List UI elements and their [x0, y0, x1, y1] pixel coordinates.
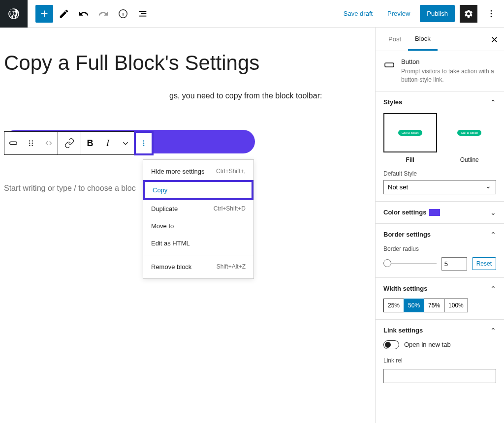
svg-point-12: [143, 143, 145, 144]
svg-point-3: [491, 16, 492, 17]
svg-point-1: [491, 10, 492, 11]
chevron-down-icon: ⌄: [490, 209, 496, 216]
svg-point-10: [32, 145, 33, 146]
border-radius-label: Border radius: [383, 245, 496, 252]
block-toolbar: B I: [4, 131, 153, 155]
drag-icon: [26, 138, 36, 149]
width-75[interactable]: 75%: [424, 299, 444, 312]
dropdown-item-move-to[interactable]: Move to: [143, 217, 253, 235]
chevron-leftright-icon: [43, 138, 54, 149]
dropdown-item-edit-html[interactable]: Edit as HTML: [143, 235, 253, 252]
paragraph-text: gs, you need to copy from the block tool…: [4, 91, 371, 100]
publish-button[interactable]: Publish: [420, 5, 455, 22]
svg-point-7: [29, 143, 30, 144]
link-rel-label: Link rel: [383, 357, 496, 364]
move-buttons[interactable]: [40, 132, 58, 154]
chevron-up-icon: ⌃: [490, 231, 496, 239]
kebab-icon: [138, 138, 149, 149]
edit-button[interactable]: [55, 5, 73, 23]
block-type-button[interactable]: [4, 132, 22, 154]
info-button[interactable]: [114, 5, 132, 23]
width-50[interactable]: 50%: [404, 299, 424, 312]
drag-handle[interactable]: [22, 132, 40, 154]
width-25[interactable]: 25%: [383, 299, 404, 312]
chevron-down-icon: [120, 138, 131, 149]
outline-button[interactable]: [134, 5, 152, 23]
svg-point-6: [32, 140, 33, 141]
svg-point-9: [29, 145, 30, 146]
width-100[interactable]: 100%: [444, 299, 468, 312]
panel-link-header[interactable]: Link settings ⌃: [383, 327, 496, 334]
link-rel-input[interactable]: [383, 369, 496, 383]
wordpress-icon: [7, 7, 20, 20]
reset-button[interactable]: Reset: [472, 257, 496, 270]
chevron-up-icon: ⌃: [490, 285, 496, 293]
list-icon: [137, 8, 148, 19]
close-sidebar-button[interactable]: ✕: [491, 34, 498, 45]
kebab-icon: [486, 9, 496, 19]
block-info-title: Button: [401, 58, 496, 65]
dropdown-item-duplicate[interactable]: DuplicateCtrl+Shift+D: [143, 200, 253, 217]
italic-button[interactable]: I: [99, 132, 117, 154]
block-info-description: Prompt visitors to take action with a bu…: [401, 67, 496, 84]
border-radius-slider[interactable]: [383, 263, 437, 264]
settings-button[interactable]: [460, 5, 477, 23]
svg-point-8: [32, 143, 33, 144]
redo-icon: [98, 8, 109, 19]
open-new-tab-label: Open in new tab: [404, 341, 451, 348]
panel-width-header[interactable]: Width settings ⌃: [383, 285, 496, 293]
link-button[interactable]: [58, 132, 81, 154]
svg-point-11: [143, 140, 145, 142]
undo-icon: [78, 8, 89, 19]
more-formatting-button[interactable]: [117, 132, 134, 154]
tab-block[interactable]: Block: [408, 28, 438, 51]
wordpress-logo[interactable]: [0, 0, 28, 28]
default-style-select[interactable]: Not set: [383, 180, 496, 194]
dropdown-item-hide-settings[interactable]: Hide more settingsCtrl+Shift+,: [143, 163, 253, 180]
svg-point-5: [29, 140, 30, 141]
svg-rect-14: [385, 63, 394, 67]
gear-icon: [464, 9, 473, 19]
default-style-label: Default Style: [383, 170, 496, 177]
pencil-icon: [59, 8, 69, 19]
border-radius-input[interactable]: [441, 257, 467, 271]
link-icon: [64, 138, 75, 149]
style-fill[interactable]: Call to action Fill: [383, 113, 437, 163]
svg-point-13: [143, 145, 145, 146]
post-title[interactable]: Copy a Full Block's Settings: [4, 51, 371, 75]
undo-button[interactable]: [75, 5, 93, 23]
open-new-tab-toggle[interactable]: [383, 340, 399, 349]
plus-icon: [39, 8, 50, 19]
panel-styles-header[interactable]: Styles ⌃: [383, 98, 496, 106]
redo-button[interactable]: [94, 5, 112, 23]
dropdown-item-copy[interactable]: Copy: [144, 181, 252, 199]
style-outline[interactable]: Call to action Outline: [443, 113, 497, 163]
info-icon: [118, 8, 128, 19]
more-options-button[interactable]: [482, 5, 500, 23]
svg-rect-4: [10, 142, 17, 145]
block-options-dropdown: Hide more settingsCtrl+Shift+, Copy Dupl…: [143, 159, 254, 279]
add-block-button[interactable]: [35, 5, 53, 23]
block-more-options-button[interactable]: [135, 132, 153, 154]
preview-button[interactable]: Preview: [382, 7, 415, 20]
bold-button[interactable]: B: [81, 132, 99, 154]
panel-color-header[interactable]: Color settings ⌄: [383, 209, 496, 216]
button-block-icon: [8, 138, 19, 149]
color-swatch: [429, 209, 440, 216]
tab-post[interactable]: Post: [381, 29, 408, 50]
button-block-icon: [383, 59, 395, 71]
save-draft-button[interactable]: Save draft: [339, 7, 378, 20]
chevron-up-icon: ⌃: [490, 327, 496, 334]
dropdown-item-remove-block[interactable]: Remove blockShift+Alt+Z: [143, 258, 253, 275]
chevron-up-icon: ⌃: [490, 98, 496, 106]
panel-border-header[interactable]: Border settings ⌃: [383, 231, 496, 239]
svg-point-2: [491, 13, 492, 14]
